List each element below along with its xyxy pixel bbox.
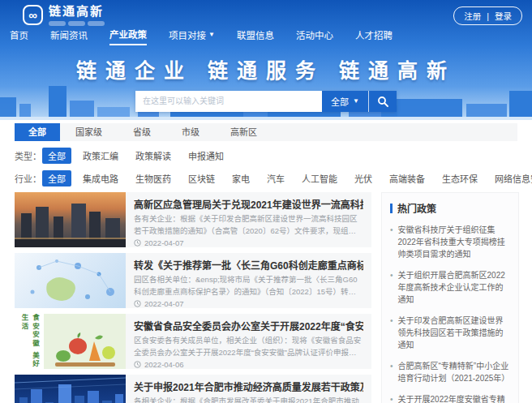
industry-chip-auto[interactable]: 汽车 [261, 170, 290, 186]
nav-item-recruitment[interactable]: 人才招聘 [355, 28, 393, 45]
industry-chip-biomed[interactable]: 生物医药 [130, 170, 177, 186]
industry-chip-pv[interactable]: 光伏 [349, 170, 378, 186]
bullet-icon: • [390, 393, 393, 403]
brand-badge [49, 21, 66, 26]
article-row[interactable]: 关于申报2021年合肥市推动经济高质量发展若干政策及支持线上经济发展... 各相… [15, 375, 371, 403]
filter-row-type: 类型： 全部 政策汇编 政策解读 申报通知 [15, 148, 517, 164]
auth-divider: | [487, 11, 489, 21]
bullet-icon: • [390, 360, 393, 384]
tab-national[interactable]: 国家级 [60, 123, 118, 141]
hot-policy-link[interactable]: •安徽省科技厅关于组织征集2022年省科技重大专项揭榜挂帅类项目需求的通知 [390, 224, 510, 260]
nav-item-project-matching[interactable]: 项目对接 ▼ [169, 28, 215, 45]
industry-filter-label: 行业： [15, 172, 42, 185]
tab-municipal[interactable]: 市级 [166, 123, 215, 141]
article-date: 2022-04-06 [134, 360, 363, 369]
article-info: 关于申报2021年合肥市推动经济高质量发展若干政策及支持线上经济发展... 各相… [126, 375, 371, 403]
login-link[interactable]: 登录 [495, 10, 512, 22]
nav-item-news[interactable]: 新闻资讯 [50, 28, 88, 45]
brand-badges [49, 21, 105, 26]
clock-icon [134, 239, 141, 247]
article-date: 2022-04-07 [134, 238, 363, 247]
header-banner: ∞ 链通高新 注册 | 登录 首页 新闻资讯 产业政策 [0, 0, 532, 120]
brand-logo-text: 链通高新 [49, 5, 105, 26]
auth-pill: 注册 | 登录 [453, 6, 522, 25]
filter-row-industry: 行业： 全部 集成电路 生物医药 区块链 家电 汽车 人工智能 光伏 高端装备 … [15, 170, 517, 186]
hot-policies-list: •安徽省科技厅关于组织征集2022年省科技重大专项揭榜挂帅类项目需求的通知 •关… [390, 224, 510, 403]
search-input[interactable] [135, 91, 322, 112]
article-date: 2022-04-07 [134, 299, 363, 308]
hot-policy-link[interactable]: •关于印发合肥高新区建设世界领先科技园区若干政策措施的通知 [390, 315, 510, 351]
industry-chip-ic[interactable]: 集成电路 [77, 170, 124, 186]
industry-chip-netsec[interactable]: 网络信息安全 [489, 170, 532, 186]
policy-level-tabs: 全部 国家级 省级 市级 高新区 [15, 123, 517, 141]
type-filter-label: 类型： [15, 149, 42, 162]
hot-policy-link[interactable]: •合肥高新区“专精特新”中小企业培育行动计划（2021-2025年） [390, 360, 510, 384]
nav-item-alliance-info[interactable]: 联盟信息 [237, 28, 274, 45]
tab-provincial[interactable]: 省级 [118, 123, 166, 141]
article-description: 各相关企业：根据《合肥市发展改革委关于申报2021年合肥市推动经济高质量发展若干… [134, 396, 363, 403]
search-icon [377, 96, 388, 107]
brand-name: 链通高新 [49, 5, 105, 19]
article-thumbnail-tech-map[interactable] [15, 253, 126, 308]
industry-chip-equipment[interactable]: 高端装备 [384, 170, 431, 186]
chevron-down-icon: ▼ [208, 32, 215, 38]
article-description: 园区各相关单位：&ensp;现将市局《关于推荐第一批〈长三角G60科创走廊重点商… [134, 274, 363, 298]
hero-slogan: 链通企业 链通服务 链通高新 [0, 54, 532, 84]
search-bar: 全部 ▼ [135, 91, 397, 112]
bullet-icon: • [390, 315, 393, 351]
nav-item-industry-policy[interactable]: 产业政策 [109, 28, 147, 45]
clock-icon [134, 300, 141, 307]
tab-all[interactable]: 全部 [15, 123, 60, 141]
article-row[interactable]: 食安安徽 美好生活 [15, 314, 371, 369]
article-title[interactable]: 转发《关于推荐第一批〈长三角G60科创走廊重点商标保护名录〉的通知》... [134, 258, 363, 272]
article-description: 各有关企业：根据《关于印发合肥高新区建设世界一流高科技园区若干政策措施的通知》（… [134, 213, 363, 237]
infinity-glyph: ∞ [28, 8, 37, 22]
article-row[interactable]: 高新区应急管理局关于兑现2021年建设世界一流高科技园区若干政策的通知 各有关企… [15, 192, 371, 247]
top-bar: ∞ 链通高新 注册 | 登录 [0, 0, 532, 26]
content-area: 全部 国家级 省级 市级 高新区 类型： 全部 政策汇编 政策解读 申报通知 行… [0, 123, 532, 403]
main-nav: 首页 新闻资讯 产业政策 项目对接 ▼ 联盟信息 活动中心 人才招聘 [0, 28, 532, 45]
article-info: 转发《关于推荐第一批〈长三角G60科创走廊重点商标保护名录〉的通知》... 园区… [126, 253, 371, 308]
article-thumbnail-sunset-city[interactable] [15, 192, 126, 247]
article-info: 高新区应急管理局关于兑现2021年建设世界一流高科技园区若干政策的通知 各有关企… [126, 192, 371, 247]
hot-policy-link[interactable]: •关于组织开展合肥高新区2022年度高新技术企业认定工作的通知 [390, 269, 510, 306]
article-info: 安徽省食品安全委员会办公室关于开展2022年度“食安安徽”品牌认证评价... 区… [126, 314, 371, 369]
nav-item-activity-center[interactable]: 活动中心 [296, 28, 333, 45]
type-chip-compilation[interactable]: 政策汇编 [77, 148, 124, 164]
chevron-down-icon: ▼ [353, 98, 359, 105]
food-safety-poster-text: 食安安徽 美好生活 [15, 314, 44, 369]
article-description: 区食安委各有关成员单位，相关企业（组织）：现将《安徽省食品安全委员会办公室关于开… [134, 335, 363, 358]
hot-policies-header: 热门政策 [390, 201, 510, 215]
article-title[interactable]: 安徽省食品安全委员会办公室关于开展2022年度“食安安徽”品牌认证评价... [134, 319, 363, 332]
hot-policies-title: 热门政策 [397, 201, 436, 215]
article-title[interactable]: 关于申报2021年合肥市推动经济高质量发展若干政策及支持线上经济发展... [134, 379, 363, 393]
tab-hightech-zone[interactable]: 高新区 [215, 123, 272, 141]
search-button[interactable] [369, 91, 397, 112]
industry-chip-all[interactable]: 全部 [42, 170, 71, 186]
industry-chip-appliance[interactable]: 家电 [226, 170, 255, 186]
bullet-icon: • [390, 224, 393, 260]
industry-chip-blockchain[interactable]: 区块链 [182, 170, 221, 186]
search-category-dropdown[interactable]: 全部 ▼ [322, 91, 369, 112]
nav-item-home[interactable]: 首页 [10, 28, 28, 45]
hot-policies-panel: 热门政策 •安徽省科技厅关于组织征集2022年省科技重大专项揭榜挂帅类项目需求的… [381, 192, 519, 403]
brand-badge [68, 21, 85, 26]
type-chip-all[interactable]: 全部 [42, 148, 71, 164]
article-title[interactable]: 高新区应急管理局关于兑现2021年建设世界一流高科技园区若干政策的通知 [134, 197, 363, 211]
industry-chip-eco[interactable]: 生态环保 [436, 170, 483, 186]
main-section: 高新区应急管理局关于兑现2021年建设世界一流高科技园区若干政策的通知 各有关企… [15, 192, 517, 403]
bullet-icon: • [390, 269, 393, 306]
type-chip-notice[interactable]: 申报通知 [182, 148, 230, 164]
brand-logo-icon: ∞ [23, 5, 43, 25]
article-thumbnail-food-safety[interactable]: 食安安徽 美好生活 [15, 314, 126, 369]
type-chip-interpretation[interactable]: 政策解读 [130, 148, 177, 164]
hot-policy-link[interactable]: •关于开展2022年度安徽省专精特新冠军企业培育工作的通知 [390, 393, 510, 403]
brand-logo[interactable]: ∞ 链通高新 [23, 5, 105, 26]
article-list: 高新区应急管理局关于兑现2021年建设世界一流高科技园区若干政策的通知 各有关企… [15, 192, 371, 403]
industry-chip-ai[interactable]: 人工智能 [296, 170, 343, 186]
brand-badge [88, 21, 105, 26]
article-row[interactable]: 转发《关于推荐第一批〈长三角G60科创走廊重点商标保护名录〉的通知》... 园区… [15, 253, 371, 308]
page: ∞ 链通高新 注册 | 登录 首页 新闻资讯 产业政策 [0, 0, 532, 403]
register-link[interactable]: 注册 [464, 10, 481, 22]
article-thumbnail-night-city[interactable] [15, 375, 126, 403]
